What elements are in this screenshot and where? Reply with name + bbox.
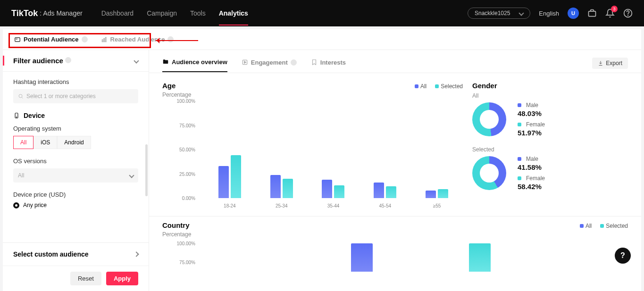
tab-overview-label: Audience overview [172,58,227,66]
os-ios-button[interactable]: iOS [33,136,57,149]
reset-button[interactable]: Reset [70,272,101,285]
radio-icon [13,202,19,208]
nav-campaign[interactable]: Campaign [147,9,177,17]
country-subtitle: Percentage [162,231,191,238]
tab-interests[interactable]: Interests [311,59,346,72]
account-selector[interactable]: Snackkle1025 [468,8,530,19]
device-icon [13,112,20,119]
bar-all [218,166,229,198]
filter-audience-header[interactable]: Filter audience [3,50,149,72]
bar-group: ≥55 [423,189,451,198]
folder-icon [162,58,169,65]
chevron-right-icon [134,251,139,257]
legend-dot-selected [435,84,439,88]
scrollbar[interactable] [145,144,148,196]
gender-sel-female-value: 58.42% [518,183,545,191]
tab-interests-label: Interests [320,59,346,66]
apply-button[interactable]: Apply [106,272,138,285]
help-fab[interactable]: ? [615,248,631,264]
os-versions-select[interactable]: All [13,168,138,183]
country-ytick-100: 100.00% [175,241,195,246]
device-title: Device [24,112,45,119]
card-icon [14,36,21,43]
briefcase-icon[interactable] [587,8,597,18]
device-price-radio[interactable]: Any price [13,202,138,208]
age-legend: All Selected [415,83,463,90]
bar-all [270,175,281,198]
nav-tools[interactable]: Tools [190,9,206,17]
gender-sel-male-value: 41.58% [518,163,545,171]
svg-rect-4 [16,39,18,39]
x-label: 35-44 [327,203,340,208]
hashtag-label: Hashtag interactions [13,78,138,85]
age-gender-row: Age Percentage All Selected 100.00%75.00… [149,73,641,214]
bar-group: 35-44 [319,180,347,198]
x-label: 45-54 [379,203,391,208]
language-selector[interactable]: English [539,10,559,17]
help-dot-icon [65,57,71,63]
help-dot-icon [167,36,174,42]
y-tick: 50.00% [175,147,195,152]
export-button[interactable]: Export [592,58,628,69]
tab-reached-audience[interactable]: Reached Audience [101,36,174,43]
country-panel: Country Percentage All Selected 100.00% … [149,216,641,268]
chevron-down-icon [134,58,139,63]
nav-links: Dashboard Campaign Tools Analytics [101,9,248,17]
age-subtitle: Percentage [162,91,191,98]
nav-dashboard[interactable]: Dashboard [101,9,134,17]
svg-rect-3 [15,37,20,41]
os-label: Operating system [13,125,138,132]
x-label: ≥55 [433,203,441,208]
chevron-down-icon [519,10,524,16]
bar-selected [334,185,344,198]
gender-all-donut [472,102,506,136]
os-all-button[interactable]: All [13,136,33,149]
tab-engagement[interactable]: Engagement [242,59,297,72]
audience-type-tabs: Potential Audience Reached Audience [3,29,641,50]
legend-selected-label-2: Selected [606,223,628,229]
content-tabs: Audience overview Engagement Interests E… [149,50,641,73]
bar-selected [386,186,396,198]
help-icon[interactable] [623,8,633,18]
gender-all-male-value: 48.03% [518,109,545,117]
filter-body: Hashtag interactions Select 1 or more ca… [3,72,149,242]
sidebar-footer: Reset Apply [3,266,149,291]
hashtag-select[interactable]: Select 1 or more categories [13,89,138,103]
gender-all-label: All [472,92,628,99]
svg-marker-12 [244,61,246,64]
account-name: Snackkle1025 [475,10,510,17]
x-label: 18-24 [224,203,236,208]
bell-icon[interactable]: 3 [605,8,615,18]
help-dot-icon [82,36,88,42]
tab-potential-audience[interactable]: Potential Audience [14,36,88,43]
svg-rect-5 [102,40,103,42]
device-price-label: Device price (USD) [13,191,138,198]
os-android-button[interactable]: Android [57,136,91,149]
age-panel: Age Percentage All Selected 100.00%75.00… [162,82,463,209]
os-toggle-group: All iOS Android [13,136,138,149]
nav-analytics[interactable]: Analytics [219,9,248,17]
logo-brand: TikTok [11,8,38,18]
os-versions-value: All [18,172,24,179]
content-pane: Audience overview Engagement Interests E… [149,50,641,291]
female-label: Female [526,121,545,128]
custom-audience-label: Select custom audience [13,250,89,258]
svg-point-8 [19,94,22,98]
y-tick: 0.00% [175,196,195,201]
select-custom-audience[interactable]: Select custom audience [3,242,149,266]
country-bar-selected [469,243,491,272]
tab-audience-overview[interactable]: Audience overview [162,58,227,72]
female-label-2: Female [526,175,545,182]
legend-dot-all [415,84,418,88]
avatar[interactable]: U [568,8,579,19]
logo: TikTok : Ads Manager [11,8,83,18]
legend-all-label-2: All [585,223,592,229]
male-label: Male [526,102,538,108]
age-bar-chart: 100.00%75.00%50.00%25.00%0.00% 18-2425-3… [176,101,463,209]
os-versions-label: OS versions [13,158,138,165]
filter-title: Filter audience [13,57,63,65]
male-label-2: Male [526,156,538,162]
legend-all-label: All [420,83,427,90]
x-label: 25-34 [276,203,288,208]
age-title: Age [162,82,191,90]
